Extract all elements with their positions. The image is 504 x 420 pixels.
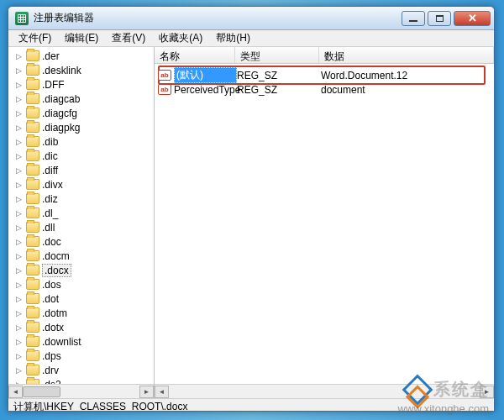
- statusbar: 计算机\HKEY_CLASSES_ROOT\.docx: [8, 398, 494, 412]
- expand-icon[interactable]: ▷: [13, 66, 24, 75]
- list-row[interactable]: PerceivedType REG_SZ document: [155, 82, 494, 97]
- folder-icon: [26, 265, 39, 276]
- tree-item[interactable]: ▷.der: [8, 49, 154, 63]
- tree-label: .dps: [42, 350, 61, 362]
- tree-item[interactable]: ▷.diagpkg: [8, 120, 154, 134]
- folder-icon: [26, 307, 39, 318]
- expand-icon[interactable]: ▷: [13, 123, 24, 132]
- tree-item[interactable]: ▷.dl_: [8, 206, 154, 220]
- folder-icon: [26, 179, 39, 190]
- expand-icon[interactable]: ▷: [13, 109, 24, 118]
- list-h-scrollbar[interactable]: ◄ ►: [155, 384, 494, 398]
- expand-icon[interactable]: ▷: [13, 166, 24, 175]
- folder-icon: [26, 108, 39, 118]
- close-button[interactable]: ✕: [454, 11, 491, 26]
- tree-item[interactable]: ▷.dotm: [8, 306, 154, 320]
- tree-item[interactable]: ▷.diz: [8, 192, 154, 206]
- tree-label: .dll: [42, 222, 55, 234]
- menu-view[interactable]: 查看(V): [105, 29, 152, 47]
- folder-icon: [26, 279, 39, 290]
- col-type[interactable]: 类型: [235, 47, 319, 63]
- expand-icon[interactable]: ▷: [13, 209, 24, 218]
- tree-label: .doc: [42, 236, 61, 248]
- folder-icon: [26, 50, 39, 61]
- expand-icon[interactable]: ▷: [13, 138, 24, 146]
- tree-item[interactable]: ▷.docm: [8, 249, 154, 263]
- scroll-track[interactable]: [23, 386, 139, 398]
- list-row[interactable]: (默认) REG_SZ Word.Document.12: [155, 68, 494, 82]
- tree-item[interactable]: ▷.docx: [8, 263, 154, 277]
- tree-item[interactable]: ▷.ds2: [8, 377, 154, 384]
- tree-item[interactable]: ▷.dot: [8, 291, 154, 306]
- scroll-right-button[interactable]: ►: [139, 386, 154, 398]
- window-frame: 注册表编辑器 ✕ 文件(F) 编辑(E) 查看(V) 收藏夹(A) 帮助(H) …: [8, 6, 495, 412]
- menu-help[interactable]: 帮助(H): [209, 29, 257, 47]
- folder-icon: [26, 193, 39, 204]
- tree-item[interactable]: ▷.divx: [8, 177, 154, 192]
- tree-label: .diagpkg: [42, 122, 80, 134]
- tree-item[interactable]: ▷.dll: [8, 220, 154, 234]
- tree-item[interactable]: ▷.dos: [8, 277, 154, 291]
- tree-label: .diff: [42, 165, 58, 176]
- tree-label: .diagcab: [42, 93, 80, 105]
- tree-item[interactable]: ▷.DFF: [8, 77, 154, 92]
- folder-icon: [26, 165, 39, 176]
- scroll-thumb[interactable]: [23, 386, 60, 397]
- workarea: ▷.der▷.desklink▷.DFF▷.diagcab▷.diagcfg▷.…: [8, 47, 494, 398]
- tree-label: .drv: [42, 365, 59, 376]
- expand-icon[interactable]: ▷: [13, 181, 24, 189]
- expand-icon[interactable]: ▷: [13, 338, 24, 346]
- tree-item[interactable]: ▷.drv: [8, 363, 154, 377]
- expand-icon[interactable]: ▷: [13, 152, 24, 160]
- expand-icon[interactable]: ▷: [13, 252, 24, 260]
- expand-icon[interactable]: ▷: [13, 352, 24, 360]
- tree-label: .divx: [42, 179, 63, 191]
- list-body[interactable]: (默认) REG_SZ Word.Document.12 PerceivedTy…: [155, 64, 494, 384]
- menu-favorites[interactable]: 收藏夹(A): [152, 29, 209, 47]
- expand-icon[interactable]: ▷: [13, 281, 24, 289]
- expand-icon[interactable]: ▷: [13, 52, 24, 60]
- tree-item[interactable]: ▷.dps: [8, 349, 154, 363]
- tree-item[interactable]: ▷.desklink: [8, 63, 154, 77]
- expand-icon[interactable]: ▷: [13, 295, 24, 303]
- tree-item[interactable]: ▷.diff: [8, 163, 154, 177]
- expand-icon[interactable]: ▷: [13, 195, 24, 203]
- expand-icon[interactable]: ▷: [13, 95, 24, 103]
- tree-item[interactable]: ▷.diagcfg: [8, 106, 154, 120]
- expand-icon[interactable]: ▷: [13, 223, 24, 232]
- tree-label: .diagcfg: [42, 108, 77, 119]
- expand-icon[interactable]: ▷: [13, 309, 24, 318]
- folder-icon: [26, 365, 39, 375]
- expand-icon[interactable]: ▷: [13, 323, 24, 332]
- expand-icon[interactable]: ▷: [13, 366, 24, 375]
- scroll-track[interactable]: [169, 386, 480, 398]
- col-name[interactable]: 名称: [155, 47, 235, 63]
- scroll-left-button[interactable]: ◄: [155, 386, 169, 398]
- tree-item[interactable]: ▷.doc: [8, 234, 154, 249]
- tree-item[interactable]: ▷.diagcab: [8, 92, 154, 106]
- expand-icon[interactable]: ▷: [13, 81, 24, 89]
- tree-label: .dotx: [42, 322, 64, 333]
- menu-file[interactable]: 文件(F): [12, 29, 58, 47]
- minimize-button[interactable]: [402, 11, 425, 26]
- expand-icon[interactable]: ▷: [13, 266, 24, 275]
- tree-item[interactable]: ▷.dib: [8, 134, 154, 149]
- expand-icon[interactable]: ▷: [13, 238, 24, 246]
- scroll-right-button[interactable]: ►: [480, 386, 494, 398]
- col-data[interactable]: 数据: [319, 47, 494, 63]
- scroll-left-button[interactable]: ◄: [8, 386, 23, 398]
- tree-label: .dot: [42, 293, 59, 305]
- folder-icon: [26, 207, 39, 218]
- tree-item[interactable]: ▷.dic: [8, 149, 154, 163]
- list-header[interactable]: 名称 类型 数据: [155, 47, 494, 64]
- titlebar[interactable]: 注册表编辑器 ✕: [8, 7, 494, 30]
- tree-scroll[interactable]: ▷.der▷.desklink▷.DFF▷.diagcab▷.diagcfg▷.…: [8, 47, 154, 384]
- status-path: 计算机\HKEY_CLASSES_ROOT\.docx: [13, 401, 187, 412]
- tree-label: .downlist: [42, 336, 81, 348]
- maximize-button[interactable]: [428, 11, 451, 26]
- tree-label: .dic: [42, 150, 58, 162]
- menu-edit[interactable]: 编辑(E): [58, 29, 105, 47]
- tree-item[interactable]: ▷.dotx: [8, 320, 154, 334]
- tree-h-scrollbar[interactable]: ◄ ►: [8, 384, 154, 398]
- tree-item[interactable]: ▷.downlist: [8, 334, 154, 349]
